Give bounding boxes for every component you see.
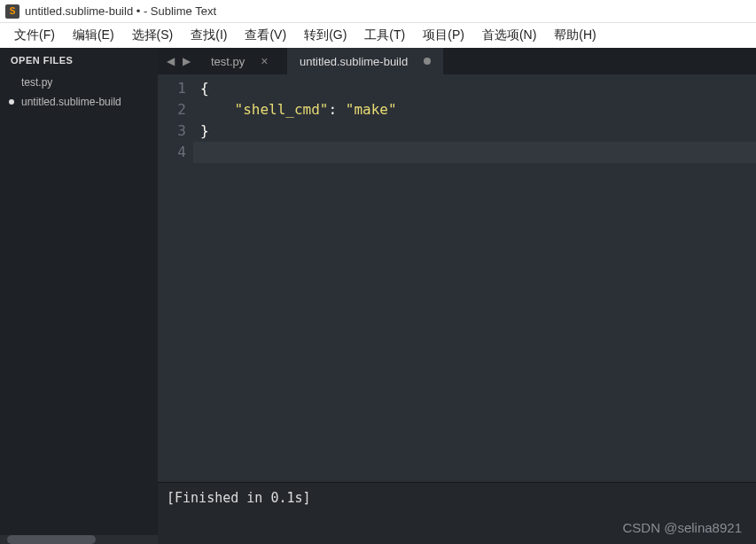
menu-item[interactable]: 文件(F) bbox=[7, 26, 62, 45]
code-line[interactable]: { bbox=[193, 78, 756, 99]
sidebar: OPEN FILES test.pyuntitled.sublime-build bbox=[0, 48, 158, 544]
main-area: OPEN FILES test.pyuntitled.sublime-build… bbox=[0, 48, 756, 544]
sidebar-header: OPEN FILES bbox=[0, 48, 158, 73]
title-bar: S untitled.sublime-build • - Sublime Tex… bbox=[0, 0, 756, 23]
code-line[interactable] bbox=[193, 142, 756, 163]
sidebar-file[interactable]: untitled.sublime-build bbox=[0, 92, 158, 112]
tab-label: test.py bbox=[211, 55, 245, 68]
tab-label: untitled.sublime-build bbox=[300, 55, 408, 68]
tab-prev-icon[interactable]: ◀ bbox=[163, 54, 177, 68]
menu-bar: 文件(F)编辑(E)选择(S)查找(I)查看(V)转到(G)工具(T)项目(P)… bbox=[0, 23, 756, 48]
console-output: [Finished in 0.1s] bbox=[167, 490, 311, 506]
code-line[interactable]: } bbox=[193, 120, 756, 142]
tab-nav-buttons: ◀ ▶ bbox=[158, 48, 199, 74]
sidebar-scrollbar[interactable] bbox=[0, 535, 158, 544]
menu-item[interactable]: 编辑(E) bbox=[66, 26, 121, 45]
menu-item[interactable]: 查看(V) bbox=[238, 26, 293, 45]
editor-area: ◀ ▶ test.py×untitled.sublime-build 1234 … bbox=[158, 48, 756, 544]
menu-item[interactable]: 工具(T) bbox=[357, 26, 412, 45]
tab-dirty-icon bbox=[424, 58, 431, 65]
line-number: 3 bbox=[158, 120, 186, 142]
code-line[interactable]: "shell_cmd": "make" bbox=[193, 99, 756, 120]
gutter: 1234 bbox=[158, 74, 193, 482]
menu-item[interactable]: 项目(P) bbox=[416, 26, 472, 45]
app-icon: S bbox=[5, 4, 19, 19]
line-number: 2 bbox=[158, 99, 186, 120]
tab-close-icon[interactable]: × bbox=[261, 55, 268, 67]
open-files-list: test.pyuntitled.sublime-build bbox=[0, 73, 158, 535]
build-console: [Finished in 0.1s] bbox=[158, 482, 756, 544]
menu-item[interactable]: 选择(S) bbox=[125, 26, 181, 45]
tab[interactable]: test.py× bbox=[199, 48, 287, 74]
menu-item[interactable]: 首选项(N) bbox=[475, 26, 543, 45]
line-number: 4 bbox=[158, 142, 186, 163]
menu-item[interactable]: 转到(G) bbox=[297, 26, 354, 45]
window-title: untitled.sublime-build • - Sublime Text bbox=[25, 4, 216, 18]
tab-bar: ◀ ▶ test.py×untitled.sublime-build bbox=[158, 48, 756, 74]
tab[interactable]: untitled.sublime-build bbox=[287, 48, 443, 74]
line-number: 1 bbox=[158, 78, 186, 99]
menu-item[interactable]: 帮助(H) bbox=[547, 26, 603, 45]
sidebar-scrollbar-thumb[interactable] bbox=[7, 535, 96, 544]
code-area[interactable]: 1234 { "shell_cmd": "make"} bbox=[158, 74, 756, 482]
tab-next-icon[interactable]: ▶ bbox=[179, 54, 193, 68]
sidebar-file[interactable]: test.py bbox=[0, 73, 158, 92]
menu-item[interactable]: 查找(I) bbox=[183, 26, 234, 45]
code-content[interactable]: { "shell_cmd": "make"} bbox=[193, 74, 756, 482]
